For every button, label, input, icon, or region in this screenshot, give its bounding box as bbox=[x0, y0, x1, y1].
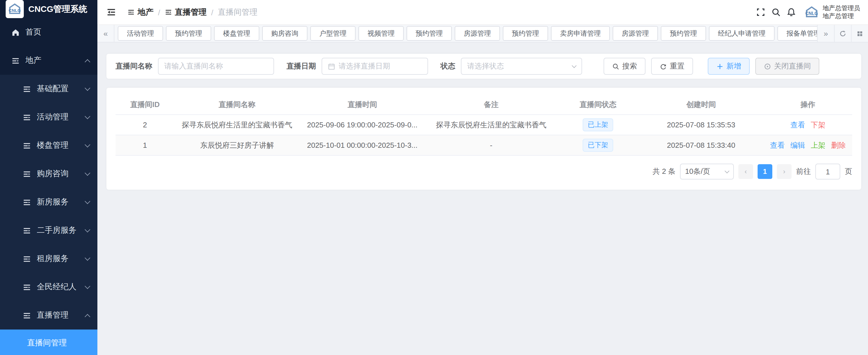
live-date-label: 直播日期 bbox=[286, 61, 316, 71]
breadcrumb-item-label: 直播间管理 bbox=[218, 7, 258, 17]
menu-list-icon bbox=[11, 56, 20, 65]
tab-楼盘管理[interactable]: 楼盘管理 bbox=[214, 26, 259, 41]
app-logo-icon: CNLG bbox=[6, 0, 24, 18]
sidebar-item-label: 购房咨询 bbox=[37, 169, 80, 179]
user-block[interactable]: CNLG 地产总管理员 地产总管理 bbox=[804, 4, 860, 20]
action-上架[interactable]: 上架 bbox=[811, 141, 826, 149]
table-body: 2探寻东辰悦府生活里的宝藏书香气2025-09-06 19:00:00-2025… bbox=[116, 115, 852, 156]
breadcrumb-item-直播管理[interactable]: 直播管理 bbox=[165, 7, 207, 17]
tabbar: « 活动管理预约管理楼盘管理购房咨询户型管理视频管理预约管理房源管理预约管理卖房… bbox=[97, 25, 868, 42]
sidebar-item-label: 基础配置 bbox=[37, 84, 80, 94]
breadcrumb-item-地产[interactable]: 地产 bbox=[127, 7, 153, 17]
room-name-placeholder: 请输入直播间名称 bbox=[164, 61, 223, 71]
next-page-button[interactable]: › bbox=[777, 164, 792, 179]
tab-活动管理[interactable]: 活动管理 bbox=[118, 26, 163, 41]
breadcrumb-item-label: 地产 bbox=[137, 7, 153, 17]
cell: 探寻东辰悦府生活里的宝藏书香气 bbox=[425, 120, 557, 130]
action-编辑[interactable]: 编辑 bbox=[790, 141, 805, 149]
menu-list-icon bbox=[23, 311, 31, 320]
goto-unit: 页 bbox=[845, 166, 852, 176]
sidebar-item-label: 地产 bbox=[26, 56, 80, 66]
tab-预约管理[interactable]: 预约管理 bbox=[661, 26, 706, 41]
chevron-down-icon bbox=[85, 85, 90, 91]
add-button[interactable]: 新增 bbox=[708, 58, 750, 75]
tab-卖房申请管理[interactable]: 卖房申请管理 bbox=[551, 26, 610, 41]
prev-page-button[interactable]: ‹ bbox=[738, 164, 753, 179]
refresh-icon[interactable] bbox=[834, 25, 851, 42]
chevron-up-icon bbox=[85, 314, 90, 319]
action-查看[interactable]: 查看 bbox=[770, 141, 785, 149]
sidebar-item-基础配置[interactable]: 基础配置 bbox=[0, 75, 97, 103]
menu-list-icon bbox=[165, 8, 172, 16]
tab-视频管理[interactable]: 视频管理 bbox=[359, 26, 404, 41]
page-size-value: 10条/页 bbox=[685, 166, 710, 176]
page-size-select[interactable]: 10条/页 bbox=[680, 164, 734, 180]
tab-预约管理[interactable]: 预约管理 bbox=[407, 26, 452, 41]
sidebar-item-楼盘管理[interactable]: 楼盘管理 bbox=[0, 131, 97, 160]
user-avatar: CNLG bbox=[804, 4, 819, 20]
reset-button[interactable]: 重置 bbox=[651, 58, 693, 75]
sidebar-item-realestate[interactable]: 地产 bbox=[0, 46, 97, 75]
tab-经纪人申请管理[interactable]: 经纪人申请管理 bbox=[709, 26, 775, 41]
sidebar-collapse-icon[interactable] bbox=[106, 7, 116, 17]
live-date-input[interactable]: 请选择直播日期 bbox=[321, 58, 428, 75]
sidebar-item-直播间管理[interactable]: 直播间管理 bbox=[0, 329, 97, 355]
search-button[interactable]: 搜索 bbox=[603, 58, 646, 75]
current-page-button[interactable]: 1 bbox=[757, 164, 772, 179]
status-select[interactable]: 请选择状态 bbox=[461, 58, 582, 75]
table-row: 2探寻东辰悦府生活里的宝藏书香气2025-09-06 19:00:00-2025… bbox=[116, 115, 852, 135]
sidebar-item-label: 租房服务 bbox=[37, 254, 80, 264]
tab-预约管理[interactable]: 预约管理 bbox=[503, 26, 548, 41]
sidebar-item-购房咨询[interactable]: 购房咨询 bbox=[0, 160, 97, 188]
app-root: CNLG CNCG管理系统 首页 地产 基础配置活动管理楼盘管理购房咨询新房服务… bbox=[0, 0, 868, 355]
sidebar-item-home[interactable]: 首页 bbox=[0, 18, 97, 46]
cell: 2025-10-01 00:00:00-2025-10-3... bbox=[300, 141, 425, 150]
chevron-up-icon bbox=[85, 59, 90, 65]
sidebar-item-租房服务[interactable]: 租房服务 bbox=[0, 245, 97, 273]
search-icon[interactable] bbox=[771, 7, 781, 17]
sidebar-item-直播管理[interactable]: 直播管理 bbox=[0, 301, 97, 329]
room-name-label: 直播间名称 bbox=[116, 61, 152, 71]
layout-grid-icon[interactable] bbox=[851, 25, 868, 42]
status-badge: 已上架 bbox=[583, 118, 613, 131]
tab-房源管理[interactable]: 房源管理 bbox=[613, 26, 658, 41]
sidebar-item-新房服务[interactable]: 新房服务 bbox=[0, 188, 97, 216]
column-header-备注: 备注 bbox=[425, 99, 557, 109]
tabs-scroll-left-button[interactable]: « bbox=[97, 25, 114, 42]
tab-购房咨询[interactable]: 购房咨询 bbox=[262, 26, 307, 41]
sidebar-submenu: 基础配置活动管理楼盘管理购房咨询新房服务二手房服务租房服务全民经纪人直播管理直播… bbox=[0, 75, 97, 355]
table-header-row: 直播间ID直播间名称直播时间备注直播间状态创建时间操作 bbox=[116, 95, 852, 115]
action-删除[interactable]: 删除 bbox=[831, 141, 846, 149]
close-live-room-button[interactable]: 关闭直播间 bbox=[755, 58, 819, 75]
reset-button-label: 重置 bbox=[670, 61, 685, 71]
app-title: CNCG管理系统 bbox=[28, 4, 87, 14]
tab-报备单管理[interactable]: 报备单管理 bbox=[777, 26, 817, 41]
user-name: 地产总管理 bbox=[823, 12, 860, 20]
column-header-直播时间: 直播时间 bbox=[300, 99, 425, 109]
cell: 1 bbox=[116, 141, 175, 150]
action-查看[interactable]: 查看 bbox=[790, 120, 805, 129]
svg-text:CNLG: CNLG bbox=[805, 11, 818, 16]
pagination-total: 共 2 条 bbox=[653, 166, 676, 176]
tab-户型管理[interactable]: 户型管理 bbox=[310, 26, 355, 41]
pagination: 共 2 条 10条/页 ‹ 1 › 前往 页 bbox=[116, 164, 852, 180]
tabs-scroll-right-button[interactable]: » bbox=[817, 25, 834, 42]
tab-房源管理[interactable]: 房源管理 bbox=[455, 26, 500, 41]
menu-list-icon bbox=[23, 85, 31, 93]
sidebar-item-活动管理[interactable]: 活动管理 bbox=[0, 103, 97, 131]
sidebar-item-二手房服务[interactable]: 二手房服务 bbox=[0, 216, 97, 245]
breadcrumb-item-直播间管理: 直播间管理 bbox=[218, 7, 258, 17]
chevron-down-icon bbox=[85, 114, 90, 119]
cell-actions: 查看编辑上架删除 bbox=[764, 140, 852, 150]
goto-page-input[interactable] bbox=[815, 164, 840, 180]
action-下架[interactable]: 下架 bbox=[811, 120, 826, 129]
sidebar-item-全民经纪人[interactable]: 全民经纪人 bbox=[0, 273, 97, 301]
goto-label: 前往 bbox=[796, 166, 811, 176]
bell-icon[interactable] bbox=[786, 7, 796, 17]
room-name-input[interactable]: 请输入直播间名称 bbox=[158, 58, 274, 75]
tab-预约管理[interactable]: 预约管理 bbox=[166, 26, 211, 41]
breadcrumb-separator: / bbox=[211, 8, 213, 17]
fullscreen-icon[interactable] bbox=[756, 7, 766, 17]
cell-actions: 查看下架 bbox=[764, 120, 852, 130]
chevron-down-icon bbox=[85, 255, 90, 261]
